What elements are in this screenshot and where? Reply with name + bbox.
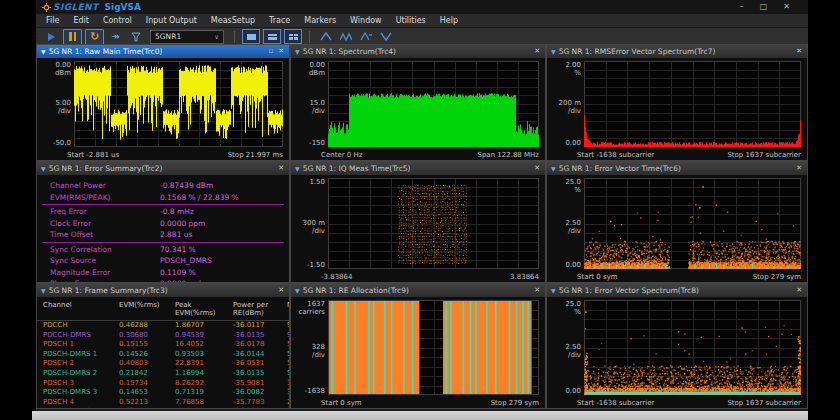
- taskbar[interactable]: [32, 411, 808, 420]
- close-icon[interactable]: ✕: [277, 165, 285, 172]
- table-row[interactable]: PDCCH0.462881.86707-36.011796: [37, 321, 289, 331]
- table-row[interactable]: PDSCH 40.522137.76858-35.778324: [37, 398, 289, 408]
- table-row[interactable]: PDSCH-DMRS 40.434191.18582-36.000924: [37, 407, 289, 409]
- table-row[interactable]: PDSCH 20.4080322.8391-36.0531504: [37, 359, 289, 369]
- panel-title: 5G NR 1: Frame Summary(Trc3): [49, 286, 168, 295]
- menu-window[interactable]: Window: [343, 14, 389, 27]
- menu-control[interactable]: Control: [96, 14, 139, 27]
- y-axis-label-mid: 2.50/div: [548, 343, 581, 359]
- raw-main-time-plot[interactable]: [74, 61, 283, 147]
- close-icon[interactable]: ✕: [795, 165, 803, 172]
- collapse-icon[interactable]: ▼: [551, 48, 556, 55]
- close-icon[interactable]: ✕: [533, 287, 541, 294]
- menu-edit[interactable]: Edit: [66, 14, 96, 27]
- window-titlebar[interactable]: SIGLENT SigVSA – □ ✕: [36, 0, 808, 14]
- marker-peak-left-button[interactable]: [357, 30, 374, 44]
- menu-meassetup[interactable]: MeasSetup: [204, 14, 262, 27]
- marker-min-button[interactable]: [377, 30, 394, 44]
- collapse-icon[interactable]: ▼: [41, 287, 46, 294]
- panel-titlebar-rms-error-vector-spectrum[interactable]: ▼5G NR 1: RMSError Vector Spectrum(Trc7)…: [547, 45, 807, 58]
- panel-titlebar-raw-main-time[interactable]: ▼5G NR 1: Raw Main Time(Trc0)▫✕: [37, 45, 289, 58]
- panel-titlebar-spectrum[interactable]: ▼5G NR 1: Spectrum(Trc4)✕: [291, 45, 545, 58]
- menu-input-output[interactable]: Input Output: [139, 14, 204, 27]
- marker-peak-button[interactable]: [317, 30, 334, 44]
- table-row[interactable]: PDSCH 10.1515516.4052-36.017852920: [37, 340, 289, 350]
- y-axis-label-bot: -50.0: [38, 139, 71, 147]
- layout-grid-button[interactable]: [284, 29, 302, 44]
- collapse-icon[interactable]: ▼: [41, 165, 46, 172]
- minimize-icon[interactable]: –: [740, 3, 744, 11]
- table-cell: PDCCH: [43, 321, 119, 331]
- close-icon[interactable]: ✕: [795, 287, 803, 294]
- menu-utilities[interactable]: Utilities: [389, 14, 433, 27]
- maximize-icon[interactable]: □: [760, 3, 768, 11]
- table-cell: -35.7783: [233, 398, 287, 408]
- close-icon[interactable]: ✕: [783, 3, 790, 11]
- table-header-row: ChannelEVM(%rms)Peak EVM(%rms)Power per …: [37, 297, 289, 321]
- panel-titlebar-re-allocation[interactable]: ▼5G NR 1: RE Allocation(Trc9)✕: [291, 284, 545, 297]
- measurement-select-value: 5GNR1: [155, 32, 181, 41]
- y-axis-label-top: 0.00dBm: [292, 61, 325, 77]
- measurement-select[interactable]: 5GNR1 ∨: [150, 30, 224, 44]
- table-cell: -36.0082: [233, 388, 287, 398]
- y-axis-text: 25.0: [548, 300, 581, 308]
- table-row[interactable]: PDSCH-DMRS 10.145260.93503-36.014452920: [37, 350, 289, 360]
- table-row[interactable]: PDSCH-DMRS 30.146530.71319-36.00823240: [37, 388, 289, 398]
- panel-titlebar-frame-summary[interactable]: ▼5G NR 1: Frame Summary(Trc3)✕: [37, 284, 289, 297]
- pause-button[interactable]: [63, 29, 82, 45]
- y-axis-label-bot: -1638: [292, 387, 325, 395]
- table-cell: 0.94539: [175, 331, 233, 341]
- table-row[interactable]: PDCCH-DMRS0.306800.94539-36.013596: [37, 331, 289, 341]
- layout-split-button[interactable]: [263, 29, 281, 44]
- layout-single-button[interactable]: [242, 29, 260, 44]
- collapse-icon[interactable]: ▼: [295, 287, 300, 294]
- y-axis-text: dBm: [38, 69, 71, 77]
- limit-button[interactable]: [127, 30, 144, 44]
- table-row[interactable]: PDSCH 30.157348.26292-35.90813240: [37, 379, 289, 389]
- panel-titlebar-error-summary[interactable]: ▼5G NR 1: Error Summary(Trc2)✕: [37, 162, 289, 175]
- iq-meas-time-plot[interactable]: [328, 178, 539, 269]
- menu-markers[interactable]: Markers: [297, 14, 343, 27]
- step-arrow-icon: ↠: [111, 32, 119, 42]
- y-axis-label-mid: 328/div: [292, 343, 325, 359]
- close-icon[interactable]: ✕: [533, 165, 541, 172]
- close-icon[interactable]: ✕: [277, 48, 285, 55]
- spectrum-plot[interactable]: [328, 61, 539, 147]
- collapse-icon[interactable]: ▼: [295, 48, 300, 55]
- re-allocation-plot[interactable]: [328, 300, 539, 395]
- table-row[interactable]: PDSCH-DMRS 20.218421.16994-36.0135504: [37, 369, 289, 379]
- marker-next-peak-button[interactable]: [337, 30, 354, 44]
- menu-trace[interactable]: Trace: [262, 14, 297, 27]
- y-axis-text: /div: [292, 351, 325, 359]
- float-icon[interactable]: ▫: [267, 48, 274, 55]
- panel-titlebar-error-vector-spectrum[interactable]: ▼5G NR 1: Error Vector Spectrum(Trc8)✕: [547, 284, 807, 297]
- y-axis-label-mid: 300 m/div: [292, 219, 325, 235]
- error-vector-time-plot[interactable]: [584, 178, 801, 269]
- summary-value: -0.8 mHz: [160, 206, 289, 218]
- collapse-icon[interactable]: ▼: [551, 165, 556, 172]
- continuous-button[interactable]: ↻: [85, 29, 104, 45]
- menu-help[interactable]: Help: [433, 14, 465, 27]
- panel-titlebar-error-vector-time[interactable]: ▼5G NR 1: Error Vector Time(Trc6)✕: [547, 162, 807, 175]
- summary-divider: [42, 242, 284, 243]
- run-button[interactable]: [43, 30, 60, 44]
- collapse-icon[interactable]: ▼: [295, 165, 300, 172]
- close-icon[interactable]: ✕: [533, 48, 541, 55]
- menu-file[interactable]: File: [39, 14, 66, 27]
- close-icon[interactable]: ✕: [795, 48, 803, 55]
- table-cell: -35.9081: [233, 379, 287, 389]
- close-icon[interactable]: ✕: [277, 287, 285, 294]
- desktop: SIGLENT SigVSA – □ ✕ FileEditControlInpu…: [0, 0, 840, 420]
- single-acquire-button[interactable]: ↠: [107, 30, 124, 44]
- y-axis-text: 0.00: [548, 387, 581, 395]
- y-axis-text: /div: [38, 107, 71, 115]
- summary-label: Channel Power: [50, 180, 160, 192]
- rms-error-vector-spectrum-plot[interactable]: [584, 61, 801, 147]
- collapse-icon[interactable]: ▼: [41, 48, 46, 55]
- table-header-cell: Peak EVM(%rms): [175, 301, 233, 317]
- error-vector-spectrum-plot[interactable]: [584, 300, 801, 395]
- summary-label: Clock Error: [50, 218, 160, 230]
- panel-titlebar-iq-meas-time[interactable]: ▼5G NR 1: IQ Meas Time(Trc5)✕: [291, 162, 545, 175]
- collapse-icon[interactable]: ▼: [551, 287, 556, 294]
- app-title: SigVSA: [105, 2, 141, 12]
